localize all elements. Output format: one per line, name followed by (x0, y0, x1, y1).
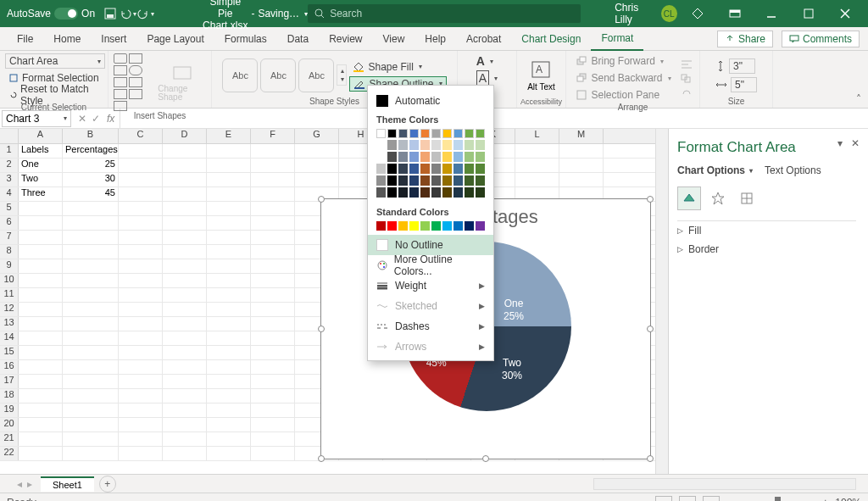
cell[interactable] (19, 331, 63, 345)
cell[interactable] (119, 231, 163, 244)
fx-label[interactable]: fx (107, 113, 120, 125)
cell[interactable] (63, 288, 119, 302)
cell[interactable] (251, 159, 295, 172)
chart-element-selector[interactable]: Chart Area▾ (5, 53, 105, 69)
color-swatch[interactable] (431, 221, 441, 231)
text-options-tab[interactable]: Text Options (765, 164, 821, 176)
cell[interactable]: 25 (63, 159, 119, 172)
cell[interactable] (119, 245, 163, 259)
cell[interactable] (251, 346, 295, 359)
cell[interactable] (19, 432, 63, 446)
cell[interactable] (207, 288, 251, 302)
cell[interactable] (19, 202, 63, 215)
row-header[interactable]: 20 (0, 418, 19, 431)
cell[interactable]: 45 (63, 187, 119, 201)
chart-options-tab[interactable]: Chart Options▾ (677, 164, 753, 176)
tab-home[interactable]: Home (43, 27, 91, 51)
color-swatch[interactable] (453, 140, 463, 150)
color-swatch[interactable] (409, 129, 419, 138)
cell[interactable] (295, 159, 339, 172)
cell[interactable] (251, 375, 295, 388)
color-swatch[interactable] (420, 129, 430, 138)
shape-style-1[interactable]: Abc (222, 58, 258, 92)
color-swatch[interactable] (442, 187, 452, 198)
weight-submenu[interactable]: Weight▶ (368, 276, 493, 296)
color-swatch[interactable] (420, 175, 430, 186)
cell[interactable] (163, 375, 207, 388)
cell[interactable] (19, 418, 63, 431)
tab-chart-design[interactable]: Chart Design (511, 27, 591, 51)
cell[interactable]: Three (19, 187, 63, 201)
cell[interactable] (207, 418, 251, 431)
standard-color-row[interactable] (368, 220, 493, 231)
toggle-switch[interactable] (54, 8, 78, 19)
cell[interactable] (119, 144, 163, 158)
wordart-outline[interactable]: A▾ (473, 70, 501, 86)
autosave-toggle[interactable]: AutoSave On (0, 8, 102, 19)
row-header[interactable]: 21 (0, 432, 19, 446)
view-page-layout[interactable] (679, 496, 696, 502)
send-backward[interactable]: Send Backward▾ (572, 70, 674, 86)
cell[interactable]: Two (19, 173, 63, 186)
row-header[interactable]: 16 (0, 360, 19, 374)
cell[interactable] (207, 331, 251, 345)
color-swatch[interactable] (476, 164, 485, 174)
cell[interactable] (207, 389, 251, 403)
cell[interactable] (251, 259, 295, 273)
automatic-color[interactable]: Automatic (368, 91, 493, 111)
user-avatar[interactable]: CL (661, 5, 677, 22)
search-box[interactable]: Search (308, 4, 581, 23)
ribbon-mode-icon[interactable] (719, 0, 750, 27)
cell[interactable] (251, 418, 295, 431)
pane-close-icon[interactable]: ✕ (851, 137, 860, 149)
cell[interactable] (251, 432, 295, 446)
cell[interactable] (251, 245, 295, 259)
cell[interactable] (119, 288, 163, 302)
cell[interactable] (163, 389, 207, 403)
zoom-value[interactable]: 100% (835, 497, 861, 502)
color-swatch[interactable] (387, 129, 397, 138)
shape-style-2[interactable]: Abc (260, 58, 296, 92)
cell[interactable] (163, 159, 207, 172)
cell[interactable] (119, 375, 163, 388)
color-swatch[interactable] (465, 175, 474, 186)
color-swatch[interactable] (453, 221, 463, 231)
cell[interactable] (119, 173, 163, 186)
cell[interactable] (163, 331, 207, 345)
color-swatch[interactable] (442, 164, 452, 174)
row-header[interactable]: 10 (0, 274, 19, 287)
cell[interactable] (19, 317, 63, 331)
color-swatch[interactable] (420, 140, 430, 150)
cell[interactable] (119, 346, 163, 359)
cell[interactable] (63, 303, 119, 316)
cell[interactable] (163, 360, 207, 374)
tab-data[interactable]: Data (277, 27, 319, 51)
comments-button[interactable]: Comments (782, 31, 860, 47)
color-swatch[interactable] (476, 187, 485, 198)
view-page-break[interactable] (703, 496, 720, 502)
cell[interactable] (119, 432, 163, 446)
color-swatch[interactable] (453, 129, 463, 138)
cell[interactable] (163, 187, 207, 201)
color-swatch[interactable] (398, 152, 408, 162)
size-props-icon[interactable] (735, 186, 759, 210)
cell[interactable]: 30 (63, 173, 119, 186)
cell[interactable] (119, 404, 163, 417)
color-swatch[interactable] (465, 140, 474, 150)
col-header[interactable]: F (251, 129, 295, 143)
col-header[interactable]: D (163, 129, 207, 143)
col-header[interactable]: L (515, 129, 559, 143)
cell[interactable] (163, 346, 207, 359)
enter-fx-icon[interactable]: ✓ (92, 113, 100, 125)
save-icon[interactable] (102, 4, 120, 23)
color-swatch[interactable] (409, 152, 419, 162)
color-swatch[interactable] (398, 129, 408, 138)
fill-line-icon[interactable] (677, 186, 701, 210)
cell[interactable] (119, 274, 163, 287)
color-swatch[interactable] (387, 164, 397, 174)
color-swatch[interactable] (387, 175, 397, 186)
pane-pin-icon[interactable]: ▾ (837, 137, 843, 149)
tab-format[interactable]: Format (591, 27, 643, 51)
cell[interactable] (251, 216, 295, 230)
cell[interactable] (63, 346, 119, 359)
